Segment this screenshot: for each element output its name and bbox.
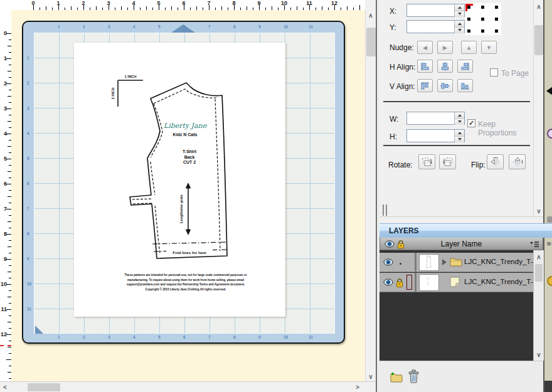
layer-color-bar[interactable] <box>406 275 412 290</box>
reference-point-selector[interactable] <box>465 3 501 35</box>
scroll-left-icon[interactable]: < <box>0 382 10 392</box>
spin-down-icon[interactable] <box>455 136 464 143</box>
layer-unlocked-dot[interactable] <box>400 263 401 265</box>
row-divider <box>415 253 417 272</box>
anchor-dot[interactable] <box>467 18 470 21</box>
flip-vertical-button[interactable] <box>509 154 526 169</box>
w-spinner[interactable] <box>454 112 464 124</box>
nudge-right-button[interactable]: ▶ <box>437 41 453 54</box>
flip-vertical-icon <box>512 157 523 167</box>
vertical-scroll-thumb[interactable] <box>366 28 376 56</box>
anchor-dot[interactable] <box>481 6 484 9</box>
align-right-button[interactable] <box>457 60 473 73</box>
align-center-button[interactable] <box>437 60 453 73</box>
spin-down-icon[interactable] <box>455 11 464 18</box>
w-field[interactable] <box>406 112 465 125</box>
scroll-up-icon[interactable]: ∧ <box>534 1 544 11</box>
horizontal-scroll-thumb[interactable] <box>28 383 60 391</box>
design-canvas[interactable]: 111222333444555666777888999101010111111 … <box>11 10 365 381</box>
splitter-grip[interactable] <box>381 204 389 216</box>
scroll-down-icon[interactable]: ∨ <box>534 206 544 216</box>
layers-menu-icon[interactable] <box>529 240 539 248</box>
scroll-down-icon[interactable]: ∨ <box>534 349 544 359</box>
layer-locked-icon[interactable] <box>396 277 403 287</box>
delete-layer-trash-button[interactable] <box>408 369 419 383</box>
mat-edge-number: 8 <box>233 24 236 29</box>
ruler-number: 10 <box>0 281 7 287</box>
layers-scrollbar[interactable]: ∧ ∨ <box>533 250 544 361</box>
spin-up-icon[interactable] <box>455 21 464 27</box>
h-spinner[interactable] <box>454 130 464 142</box>
spin-up-icon[interactable] <box>455 4 464 11</box>
spin-up-icon[interactable] <box>455 112 464 119</box>
clipped-tool-icon[interactable] <box>547 276 552 286</box>
layers-scroll-thumb[interactable] <box>535 264 543 282</box>
w-input[interactable] <box>408 113 455 125</box>
ruler-tick <box>6 309 11 310</box>
canvas-vertical-scrollbar[interactable]: ∧ ∨ <box>365 10 376 381</box>
to-page-checkbox[interactable] <box>490 68 498 77</box>
anchor-dot[interactable] <box>467 29 470 33</box>
clipped-tool-icon[interactable]: ≋ <box>546 240 551 247</box>
ruler-number: 0 <box>28 0 38 6</box>
align-top-button[interactable] <box>417 79 433 92</box>
anchor-dot[interactable] <box>495 18 498 21</box>
anchor-dot[interactable] <box>481 29 484 33</box>
keep-proportions-checkbox[interactable]: ✓ <box>467 119 475 127</box>
layer-row-group[interactable]: LJC_KNC_Trendy_T-shir <box>380 253 533 272</box>
anchor-dot[interactable] <box>495 6 498 9</box>
anchor-dot[interactable] <box>481 18 484 21</box>
align-middle-button[interactable] <box>437 79 453 92</box>
panel-scrollbar[interactable]: ∧ ∨ <box>533 0 544 216</box>
expand-arrow-icon[interactable] <box>442 259 447 265</box>
x-input[interactable] <box>408 5 455 17</box>
layer-thumbnail[interactable] <box>419 274 439 291</box>
fineprint: These patterns are intended for personal… <box>124 273 247 291</box>
svg-text:manufacturing. To inquire abou: manufacturing. To inquire about using th… <box>127 278 244 282</box>
layer-thumbnail[interactable] <box>419 254 439 271</box>
add-layer-folder-button[interactable] <box>388 371 403 383</box>
h-field[interactable] <box>406 129 465 142</box>
scroll-up-icon[interactable]: ∧ <box>366 10 376 20</box>
clipped-tool-icon[interactable] <box>547 216 552 223</box>
rotate-left-button[interactable] <box>418 154 435 169</box>
scroll-right-icon[interactable]: > <box>353 382 363 392</box>
y-spinner[interactable] <box>454 21 464 33</box>
x-field[interactable] <box>406 4 465 17</box>
anchor-dot[interactable] <box>495 29 498 33</box>
layer-name-column-label: Layer Name <box>380 240 543 248</box>
clipped-tool-icon[interactable] <box>547 129 552 139</box>
ruler-tick <box>6 234 11 235</box>
to-page-label: To Page <box>501 69 529 78</box>
anchor-dot[interactable] <box>467 6 470 9</box>
layer-visible-eye-icon[interactable] <box>383 258 393 266</box>
align-bottom-button[interactable] <box>457 79 473 92</box>
nudge-left-button[interactable]: ◀ <box>417 41 433 54</box>
layer-name[interactable]: LJC_KNC_Trendy_T-shir <box>464 278 533 285</box>
panel-scroll-thumb[interactable] <box>534 25 543 55</box>
scroll-up-icon[interactable]: ∧ <box>534 252 544 262</box>
layer-visible-eye-icon[interactable] <box>383 278 393 286</box>
pattern-page[interactable]: 1 INCH 1 INCH <box>74 43 285 317</box>
mat-edge-number: 3 <box>108 335 110 339</box>
canvas-horizontal-scrollbar[interactable]: < > <box>0 381 376 392</box>
y-input[interactable] <box>408 21 455 33</box>
layers-panel-header[interactable]: LAYERS <box>380 223 552 238</box>
layer-name[interactable]: LJC_KNC_Trendy_T-shir <box>464 258 533 265</box>
h-input[interactable] <box>408 130 455 142</box>
clipped-tool-icon[interactable] <box>546 87 552 95</box>
align-left-button[interactable] <box>417 60 433 73</box>
align-bottom-icon <box>460 82 470 90</box>
x-spinner[interactable] <box>454 4 464 16</box>
scroll-down-icon[interactable]: ∨ <box>366 371 376 381</box>
nudge-up-button[interactable]: ▲ <box>461 41 477 54</box>
y-field[interactable] <box>406 20 465 33</box>
spin-down-icon[interactable] <box>455 119 464 125</box>
layer-row-item[interactable]: LJC_KNC_Trendy_T-shir <box>380 273 533 292</box>
flip-horizontal-button[interactable] <box>487 154 504 169</box>
spin-down-icon[interactable] <box>455 27 464 34</box>
mat-edge-number: 11 <box>309 335 313 339</box>
spin-up-icon[interactable] <box>455 130 464 136</box>
nudge-down-button[interactable]: ▼ <box>481 41 497 54</box>
rotate-right-button[interactable] <box>439 154 456 169</box>
